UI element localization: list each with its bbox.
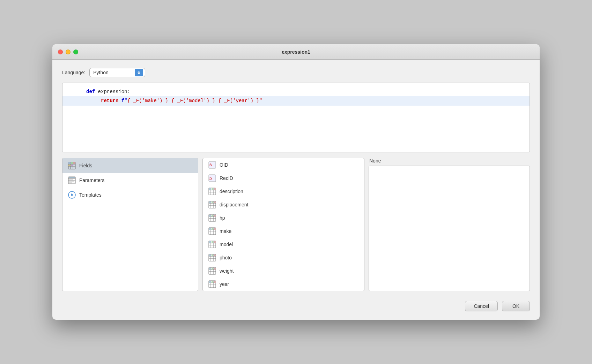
svg-rect-40 [212, 202, 213, 203]
svg-rect-64 [212, 241, 213, 243]
svg-rect-8 [68, 165, 71, 166]
svg-rect-65 [214, 241, 216, 243]
field-item-weight[interactable]: weight [203, 264, 364, 278]
table-icon-photo [208, 254, 216, 261]
svg-text:fx: fx [209, 163, 213, 167]
code-line-1: def expression: [62, 87, 530, 96]
table-icon-displacement [208, 201, 216, 208]
svg-rect-41 [214, 202, 216, 203]
maximize-button[interactable] [73, 50, 78, 54]
svg-rect-87 [209, 281, 211, 283]
table-icon-weight [208, 267, 216, 275]
templates-label: Templates [79, 192, 102, 198]
svg-rect-72 [212, 255, 213, 256]
ok-button[interactable]: OK [502, 301, 530, 311]
language-row: Language: Python VBScript SQL [62, 68, 530, 77]
svg-rect-57 [214, 228, 216, 230]
field-item-year[interactable]: year [203, 278, 364, 291]
traffic-lights [58, 50, 78, 54]
svg-rect-5 [68, 162, 71, 164]
svg-rect-39 [209, 202, 211, 203]
svg-rect-15 [69, 179, 73, 180]
svg-rect-14 [69, 177, 75, 178]
svg-rect-73 [214, 255, 216, 256]
field-label-model: model [220, 242, 233, 247]
field-item-recid[interactable]: fx RecID [203, 172, 364, 185]
table-icon-year [208, 280, 216, 288]
close-button[interactable] [58, 50, 63, 54]
titlebar: expression1 [52, 44, 540, 60]
field-item-displacement[interactable]: displacement [203, 198, 364, 211]
svg-rect-55 [209, 228, 211, 230]
field-item-model[interactable]: model [203, 238, 364, 251]
svg-rect-56 [212, 228, 213, 230]
table-icon-hp [208, 214, 216, 222]
svg-rect-48 [212, 215, 213, 217]
svg-rect-79 [209, 268, 211, 270]
parameters-icon [68, 176, 76, 184]
language-label: Language: [62, 70, 85, 75]
field-label-photo: photo [220, 255, 232, 260]
svg-rect-32 [212, 188, 213, 190]
field-label-oid: OID [220, 162, 228, 168]
field-label-description: description [220, 189, 243, 194]
table-icon-description [208, 188, 216, 195]
svg-rect-6 [71, 162, 73, 164]
none-label: None [369, 158, 530, 164]
minimize-button[interactable] [66, 50, 71, 54]
field-item-oid[interactable]: fx OID [203, 158, 364, 172]
main-window: expression1 Language: Python VBScript SQ… [52, 44, 540, 320]
svg-rect-88 [212, 281, 213, 283]
language-select-wrapper: Python VBScript SQL [89, 68, 145, 77]
sidebar-item-fields[interactable]: Fields [62, 158, 198, 173]
code-return: return f"{ _F('make') } { _F('model') } … [86, 97, 530, 105]
field-item-photo[interactable]: photo [203, 251, 364, 264]
svg-rect-47 [209, 215, 211, 217]
field-label-displacement: displacement [220, 202, 249, 207]
fields-icon [68, 162, 76, 169]
field-item-hp[interactable]: hp [203, 211, 364, 225]
fx-icon-recid: fx [208, 174, 216, 182]
window-title: expression1 [282, 49, 310, 55]
table-icon-make [208, 227, 216, 235]
bottom-panels: Fields Parameters [62, 158, 530, 291]
line-number-2 [62, 97, 86, 105]
cancel-button[interactable]: Cancel [465, 301, 498, 311]
field-item-description[interactable]: description [203, 185, 364, 198]
parameters-label: Parameters [79, 177, 104, 183]
svg-text:?: ? [72, 194, 73, 197]
field-label-recid: RecID [220, 175, 233, 181]
language-select[interactable]: Python VBScript SQL [89, 68, 145, 77]
svg-rect-9 [71, 165, 73, 166]
sidebar-item-templates[interactable]: ? Templates [62, 188, 198, 202]
sidebar-item-parameters[interactable]: Parameters [62, 173, 198, 188]
right-panel-container: None [369, 158, 530, 291]
svg-rect-80 [212, 268, 213, 270]
svg-rect-31 [209, 188, 211, 190]
line-number-1 [62, 88, 86, 96]
svg-rect-49 [214, 215, 216, 217]
svg-rect-63 [209, 241, 211, 243]
left-panel: Fields Parameters [62, 158, 198, 291]
right-panel [369, 166, 530, 291]
svg-rect-81 [214, 268, 216, 270]
svg-rect-17 [69, 182, 72, 183]
code-editor[interactable]: def expression: return f"{ _F('make') } … [62, 83, 530, 152]
field-label-make: make [220, 228, 231, 234]
fields-label: Fields [79, 163, 92, 168]
svg-rect-71 [209, 255, 211, 256]
field-label-weight: weight [220, 268, 234, 274]
svg-rect-89 [214, 281, 216, 283]
svg-rect-7 [73, 162, 75, 164]
code-line-2: return f"{ _F('make') } { _F('model') } … [62, 96, 530, 105]
svg-text:fx: fx [209, 176, 213, 180]
code-def: def expression: [86, 88, 530, 96]
fx-icon-oid: fx [208, 161, 216, 169]
field-label-hp: hp [220, 215, 225, 221]
templates-icon: ? [68, 191, 76, 199]
svg-rect-33 [214, 188, 216, 190]
field-item-make[interactable]: make [203, 225, 364, 238]
field-label-year: year [220, 281, 229, 287]
fields-panel: fx OID fx RecID [202, 158, 364, 291]
main-content: Language: Python VBScript SQL def expres… [52, 60, 540, 320]
